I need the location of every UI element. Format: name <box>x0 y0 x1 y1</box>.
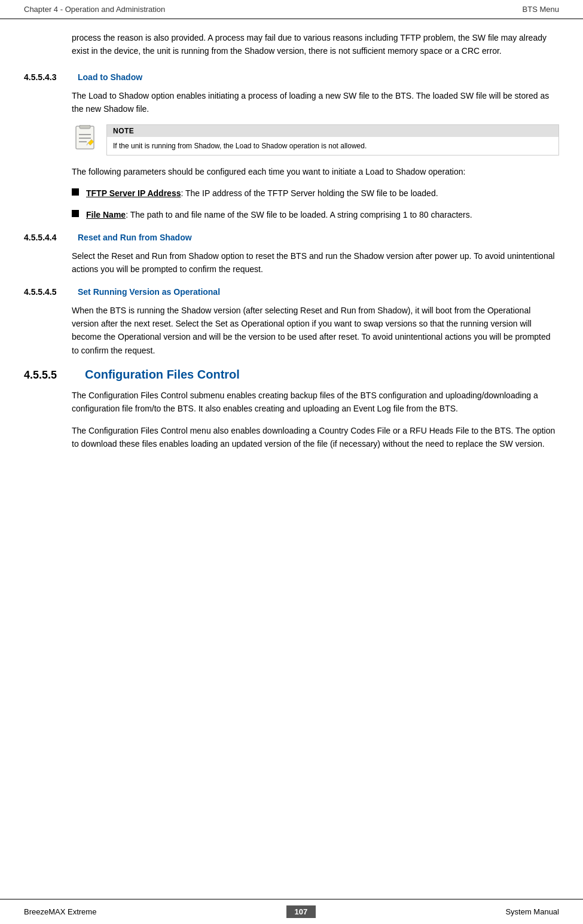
section-body-455-1: The Configuration Files Control menu als… <box>72 424 559 451</box>
bullet-label-1: TFTP Server IP Address <box>86 188 181 198</box>
section-heading-455: 4.5.5.5 Configuration Files Control <box>24 368 559 382</box>
header-chapter: Chapter 4 - Operation and Administration <box>24 5 165 14</box>
svg-rect-1 <box>80 125 90 129</box>
note-icon <box>72 124 98 151</box>
section-heading-4544: 4.5.5.4.4 Reset and Run from Shadow <box>24 233 559 242</box>
bullet-text-1: TFTP Server IP Address: The IP address o… <box>86 187 438 200</box>
bullet-square-1 <box>72 188 79 196</box>
section-title-4545: Set Running Version as Operational <box>78 287 220 297</box>
section-heading-4543: 4.5.5.4.3 Load to Shadow <box>24 72 559 82</box>
bullet-label-2: File Name <box>86 210 126 219</box>
main-content: process the reason is also provided. A p… <box>0 19 583 498</box>
section-4544: 4.5.5.4.4 Reset and Run from Shadow Sele… <box>24 233 559 276</box>
footer-page-number: 107 <box>286 905 316 918</box>
section-body-4545: When the BTS is running the Shadow versi… <box>72 304 559 358</box>
note-header: NOTE <box>107 125 558 137</box>
section-num-455: 4.5.5.5 <box>24 369 78 382</box>
note-box: NOTE If the unit is running from Shadow,… <box>106 124 559 155</box>
footer-product: BreezeMAX Extreme <box>24 907 96 916</box>
section-4545: 4.5.5.4.5 Set Running Version as Operati… <box>24 287 559 358</box>
intro-paragraph: process the reason is also provided. A p… <box>72 31 559 58</box>
section-title-4543: Load to Shadow <box>78 72 142 82</box>
bullet-text-2: File Name: The path to and file name of … <box>86 208 472 221</box>
header-section: BTS Menu <box>523 5 559 14</box>
bullet-tftp: TFTP Server IP Address: The IP address o… <box>72 187 559 200</box>
note-container: NOTE If the unit is running from Shadow,… <box>72 124 559 155</box>
section-num-4544: 4.5.5.4.4 <box>24 233 78 242</box>
section-title-455: Configuration Files Control <box>85 368 240 382</box>
note-body: If the unit is running from Shadow, the … <box>107 137 558 155</box>
svg-rect-0 <box>76 126 94 149</box>
section-title-4544: Reset and Run from Shadow <box>78 233 192 242</box>
section-heading-4545: 4.5.5.4.5 Set Running Version as Operati… <box>24 287 559 297</box>
bullet-filename: File Name: The path to and file name of … <box>72 208 559 221</box>
section-4543: 4.5.5.4.3 Load to Shadow The Load to Sha… <box>24 72 559 222</box>
page-header: Chapter 4 - Operation and Administration… <box>0 0 583 19</box>
section-num-4545: 4.5.5.4.5 <box>24 287 78 297</box>
page-footer: BreezeMAX Extreme 107 System Manual <box>0 899 583 924</box>
bullet-desc-2: : The path to and file name of the SW fi… <box>126 210 472 219</box>
bullet-square-2 <box>72 210 79 217</box>
section-body-4543-0: The Load to Shadow option enables initia… <box>72 89 559 116</box>
footer-manual: System Manual <box>505 907 559 916</box>
section-num-4543: 4.5.5.4.3 <box>24 72 78 82</box>
section-455: 4.5.5.5 Configuration Files Control The … <box>24 368 559 451</box>
bullet-desc-1: : The IP address of the TFTP Server hold… <box>181 188 438 198</box>
section-body-455-0: The Configuration Files Control submenu … <box>72 389 559 416</box>
section-body2-4543: The following parameters should be confi… <box>72 165 559 178</box>
section-body-4544: Select the Reset and Run from Shadow opt… <box>72 249 559 276</box>
